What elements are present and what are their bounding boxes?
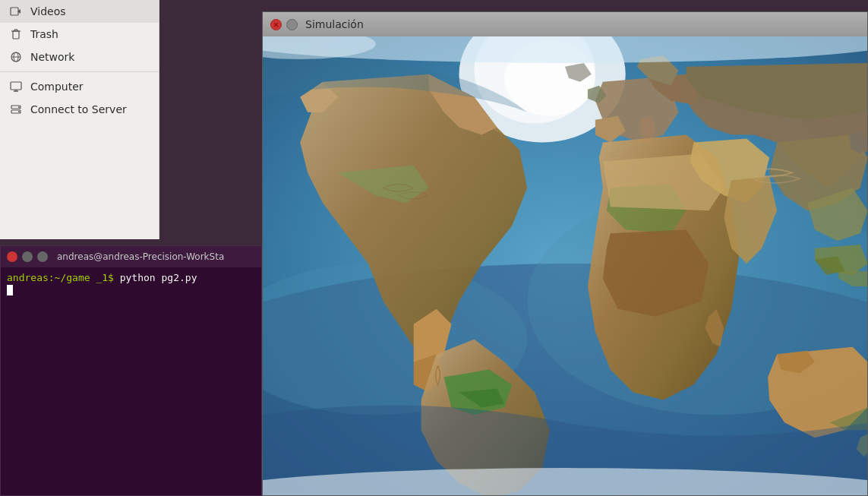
trash-icon xyxy=(9,27,23,41)
simulacion-window: × Simulación xyxy=(262,11,868,496)
terminal-prompt-path: :~/game _1$ xyxy=(49,272,114,283)
network-icon xyxy=(9,50,23,64)
world-map-svg xyxy=(263,36,867,495)
simulacion-close-button[interactable]: × xyxy=(270,19,282,30)
terminal-titlebar: andreas@andreas-Precision-WorkSta xyxy=(1,246,261,267)
sidebar-item-trash-label: Trash xyxy=(30,28,58,40)
sidebar-item-network[interactable]: Network xyxy=(0,46,159,68)
terminal-minimize-button[interactable] xyxy=(22,251,33,262)
svg-rect-2 xyxy=(13,31,19,39)
terminal-command: python pg2.py xyxy=(114,272,197,283)
svg-rect-0 xyxy=(11,8,18,15)
video-icon xyxy=(9,5,23,18)
terminal-title: andreas@andreas-Precision-WorkSta xyxy=(57,251,224,262)
simulacion-content xyxy=(263,36,867,495)
terminal-close-button[interactable] xyxy=(7,251,17,262)
simulacion-minimize-button[interactable] xyxy=(286,19,298,30)
sidebar-item-videos-label: Videos xyxy=(30,5,66,17)
terminal-line: andreas:~/game _1$ python pg2.py xyxy=(7,272,255,283)
terminal-maximize-button[interactable] xyxy=(37,251,48,262)
terminal-window: andreas@andreas-Precision-WorkSta andrea… xyxy=(0,245,262,496)
sidebar-item-trash[interactable]: Trash xyxy=(0,23,159,46)
svg-rect-10 xyxy=(11,82,21,90)
terminal-body: andreas:~/game _1$ python pg2.py xyxy=(1,267,261,300)
terminal-prompt-user: andreas xyxy=(7,272,49,283)
terminal-cursor-line xyxy=(7,283,255,295)
svg-point-15 xyxy=(18,106,20,108)
sidebar-item-connect-to-server-label: Connect to Server xyxy=(30,103,127,115)
sidebar-item-computer-label: Computer xyxy=(30,81,84,93)
sidebar-item-computer[interactable]: Computer xyxy=(0,75,159,98)
sidebar-item-network-label: Network xyxy=(30,51,74,63)
world-map xyxy=(263,36,867,495)
simulacion-title: Simulación xyxy=(305,18,364,30)
sidebar-item-videos[interactable]: Videos xyxy=(0,0,159,23)
svg-point-16 xyxy=(18,111,20,112)
terminal-cursor xyxy=(7,285,13,295)
file-manager-sidebar: Videos Trash Network xyxy=(0,0,159,239)
simulacion-titlebar: × Simulación xyxy=(263,12,867,36)
server-icon xyxy=(9,103,23,116)
sidebar-item-connect-to-server[interactable]: Connect to Server xyxy=(0,98,159,121)
sidebar-divider xyxy=(0,71,159,72)
computer-icon xyxy=(9,80,23,93)
